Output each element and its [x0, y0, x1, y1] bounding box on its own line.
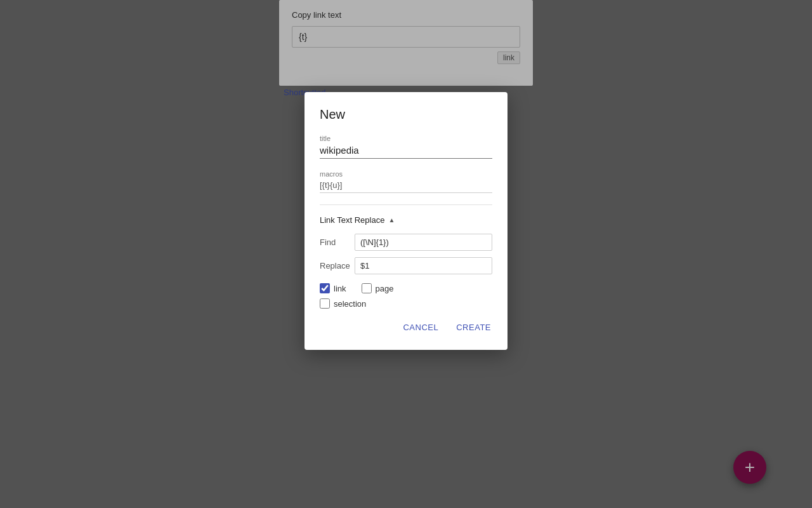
- macros-field-value: [{t}{u}]: [320, 180, 492, 193]
- link-checkbox[interactable]: [320, 283, 330, 293]
- find-row: Find: [320, 234, 492, 251]
- collapse-icon[interactable]: ▲: [388, 217, 395, 224]
- selection-checkbox[interactable]: [320, 298, 330, 309]
- replace-label: Replace: [320, 261, 355, 271]
- link-checkbox-text: link: [334, 284, 346, 293]
- macros-field-label: macros: [320, 170, 492, 178]
- link-text-replace-header: Link Text Replace ▲: [320, 215, 492, 225]
- modal-actions: CANCEL CREATE: [320, 320, 492, 335]
- replace-row: Replace: [320, 257, 492, 274]
- section-header-text: Link Text Replace: [320, 215, 384, 225]
- link-checkbox-label[interactable]: link: [320, 283, 346, 293]
- modal-dialog: New title wikipedia macros [{t}{u}] Link…: [304, 92, 508, 350]
- find-label: Find: [320, 237, 355, 247]
- checkboxes-row-1: link page: [320, 283, 492, 293]
- page-checkbox[interactable]: [362, 283, 372, 293]
- checkboxes-row-2: selection: [320, 298, 492, 309]
- selection-checkbox-label[interactable]: selection: [320, 298, 366, 309]
- create-button[interactable]: CREATE: [455, 320, 492, 335]
- title-field-value: wikipedia: [320, 145, 492, 159]
- selection-checkbox-text: selection: [334, 299, 366, 309]
- page-checkbox-label[interactable]: page: [362, 283, 394, 293]
- find-input[interactable]: [355, 234, 492, 251]
- title-field-label: title: [320, 135, 492, 142]
- replace-input[interactable]: [355, 257, 492, 274]
- modal-title: New: [320, 107, 492, 122]
- section-divider: [320, 204, 492, 205]
- page-checkbox-text: page: [376, 284, 394, 293]
- cancel-button[interactable]: CANCEL: [402, 320, 440, 335]
